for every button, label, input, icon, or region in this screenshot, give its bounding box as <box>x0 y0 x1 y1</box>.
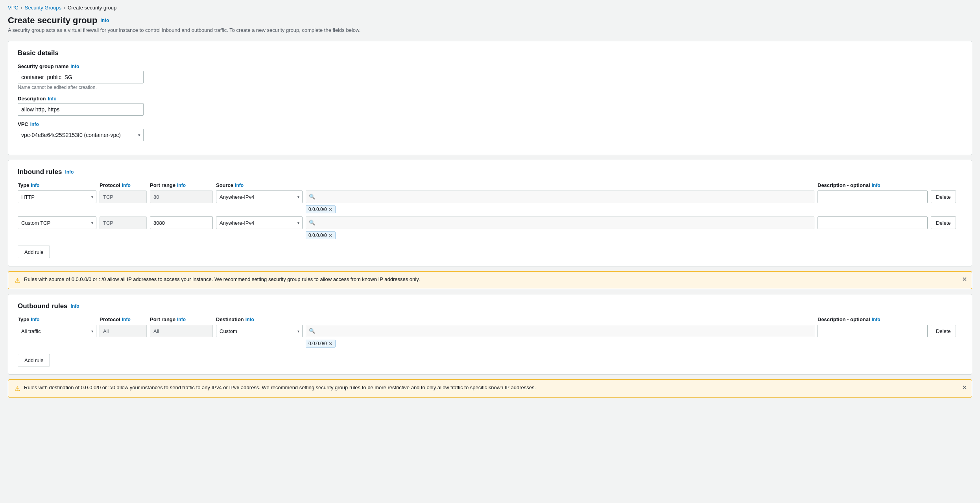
page-subtitle: A security group acts as a virtual firew… <box>8 27 972 33</box>
outbound-row1-dest-select[interactable]: Custom <box>216 325 303 337</box>
description-field: Description Info <box>18 96 962 116</box>
inbound-rules-title-text: Inbound rules <box>18 168 62 176</box>
inbound-row2-delete-button[interactable]: Delete <box>931 216 956 229</box>
inbound-row2-description-input[interactable] <box>818 216 928 229</box>
outbound-warning-close-button[interactable]: ✕ <box>962 384 967 391</box>
outbound-row1-portrange-input <box>150 325 213 337</box>
outbound-row1-cidr-tag: 0.0.0.0/0 ✕ <box>306 340 336 348</box>
inbound-col-portrange-label: Port range <box>150 182 175 188</box>
sg-name-label-text: Security group name <box>18 63 68 69</box>
inbound-row1-type-select[interactable]: HTTP <box>18 190 96 203</box>
outbound-col-dest-header: Destination Info <box>216 316 303 322</box>
inbound-row2-source-select[interactable]: Anywhere-IPv4 <box>216 216 303 229</box>
inbound-row1-search-input[interactable] <box>306 190 814 203</box>
inbound-row2-search-input[interactable] <box>306 216 814 229</box>
inbound-col-source-info[interactable]: Info <box>235 183 244 188</box>
breadcrumb-vpc[interactable]: VPC <box>8 5 18 11</box>
inbound-row2-description <box>818 216 928 229</box>
inbound-col-description-label: Description - optional <box>818 182 870 188</box>
outbound-rules-title: Outbound rules Info <box>18 302 962 310</box>
outbound-rules-title-text: Outbound rules <box>18 302 68 310</box>
outbound-row1-type-select[interactable]: All traffic <box>18 325 96 337</box>
inbound-col-protocol-info[interactable]: Info <box>122 183 131 188</box>
description-label: Description Info <box>18 96 962 102</box>
basic-details-title-text: Basic details <box>18 49 59 57</box>
outbound-add-rule-button[interactable]: Add rule <box>18 354 50 366</box>
vpc-info-link[interactable]: Info <box>30 122 39 127</box>
inbound-row1-protocol-input <box>100 190 147 203</box>
inbound-col-type-info[interactable]: Info <box>31 183 39 188</box>
inbound-warning-close-button[interactable]: ✕ <box>962 276 967 283</box>
inbound-col-portrange-info[interactable]: Info <box>177 183 186 188</box>
outbound-col-type-info[interactable]: Info <box>31 317 39 322</box>
outbound-row1-description <box>818 325 928 337</box>
outbound-rule-row-1: All traffic ▾ Custom ▾ 🔍 0.0.0.0/0 ✕ <box>18 325 962 348</box>
outbound-row1-cidr-value: 0.0.0.0/0 <box>308 341 327 346</box>
breadcrumb-security-groups[interactable]: Security Groups <box>25 5 61 11</box>
inbound-col-source-header: Source Info <box>216 182 303 188</box>
basic-details-title: Basic details <box>18 49 962 57</box>
outbound-col-type-label: Type <box>18 316 29 322</box>
outbound-warning-text: Rules with destination of 0.0.0.0/0 or :… <box>24 385 536 390</box>
outbound-warning-banner: ⚠ Rules with destination of 0.0.0.0/0 or… <box>8 379 972 398</box>
inbound-row2-protocol-input <box>100 216 147 229</box>
outbound-row1-description-input[interactable] <box>818 325 928 337</box>
inbound-warning-banner: ⚠ Rules with source of 0.0.0.0/0 or ::/0… <box>8 271 972 289</box>
inbound-rules-info-link[interactable]: Info <box>65 169 74 175</box>
inbound-row2-portrange-input[interactable] <box>150 216 213 229</box>
inbound-row1-source-select[interactable]: Anywhere-IPv4 <box>216 190 303 203</box>
inbound-row1-source-wrap: Anywhere-IPv4 ▾ <box>216 190 303 203</box>
inbound-row1-cidr-block: 🔍 0.0.0.0/0 ✕ <box>306 190 814 213</box>
page-header: Create security group Info A security gr… <box>0 14 980 36</box>
inbound-add-rule-button[interactable]: Add rule <box>18 246 50 258</box>
description-info-link[interactable]: Info <box>48 96 57 102</box>
inbound-row2-cidr-remove-button[interactable]: ✕ <box>329 233 333 238</box>
outbound-row1-delete-button[interactable]: Delete <box>931 325 956 337</box>
inbound-col-type-label: Type <box>18 182 29 188</box>
inbound-row1-delete-cell: Delete <box>931 190 962 203</box>
inbound-row1-portrange <box>150 190 213 203</box>
inbound-rule-row-1: HTTP ▾ Anywhere-IPv4 ▾ 🔍 0.0.0.0/0 ✕ <box>18 190 962 213</box>
inbound-row1-cidr-remove-button[interactable]: ✕ <box>329 207 333 212</box>
outbound-col-protocol-header: Protocol Info <box>100 316 147 322</box>
inbound-row2-cidr-value: 0.0.0.0/0 <box>308 233 327 238</box>
breadcrumb: VPC › Security Groups › Create security … <box>0 0 980 14</box>
inbound-row1-portrange-input <box>150 190 213 203</box>
outbound-rules-info-link[interactable]: Info <box>71 303 79 309</box>
outbound-col-portrange-info[interactable]: Info <box>177 317 186 322</box>
outbound-col-portrange-label: Port range <box>150 316 175 322</box>
inbound-col-description-info[interactable]: Info <box>872 183 880 188</box>
outbound-col-portrange-header: Port range Info <box>150 316 213 322</box>
sg-name-label: Security group name Info <box>18 63 962 69</box>
inbound-warning-icon: ⚠ <box>15 277 20 284</box>
inbound-row1-cidr-value: 0.0.0.0/0 <box>308 207 327 212</box>
vpc-select[interactable]: vpc-04e8e64c25S2153f0 (container-vpc) <box>18 129 144 141</box>
inbound-row2-type-select[interactable]: Custom TCP <box>18 216 96 229</box>
outbound-col-protocol-info[interactable]: Info <box>122 317 131 322</box>
vpc-label: VPC Info <box>18 121 962 127</box>
inbound-row1-cidr-tag: 0.0.0.0/0 ✕ <box>306 205 336 213</box>
outbound-row1-search-input[interactable] <box>306 325 814 337</box>
inbound-row1-delete-button[interactable]: Delete <box>931 190 956 203</box>
outbound-col-description-header: Description - optional Info <box>818 316 928 322</box>
inbound-row1-description-input[interactable] <box>818 190 928 203</box>
sg-name-input[interactable] <box>18 71 144 83</box>
outbound-row1-protocol <box>100 325 147 337</box>
outbound-row1-delete-cell: Delete <box>931 325 962 337</box>
outbound-warning-icon: ⚠ <box>15 385 20 392</box>
sg-name-info-link[interactable]: Info <box>70 64 79 69</box>
inbound-row1-description <box>818 190 928 203</box>
inbound-row2-cidr-block: 🔍 0.0.0.0/0 ✕ <box>306 216 814 239</box>
description-input[interactable] <box>18 103 144 116</box>
outbound-col-description-label: Description - optional <box>818 316 870 322</box>
page-title-info-link[interactable]: Info <box>100 18 109 23</box>
vpc-field: VPC Info vpc-04e8e64c25S2153f0 (containe… <box>18 121 962 141</box>
outbound-col-description-info[interactable]: Info <box>872 317 880 322</box>
outbound-row1-cidr-block: 🔍 0.0.0.0/0 ✕ <box>306 325 814 348</box>
inbound-col-portrange-header: Port range Info <box>150 182 213 188</box>
sg-name-hint: Name cannot be edited after creation. <box>18 85 962 90</box>
outbound-row1-portrange <box>150 325 213 337</box>
outbound-row1-cidr-remove-button[interactable]: ✕ <box>329 341 333 346</box>
outbound-col-dest-info[interactable]: Info <box>245 317 254 322</box>
basic-details-section: Basic details Security group name Info N… <box>8 41 972 155</box>
